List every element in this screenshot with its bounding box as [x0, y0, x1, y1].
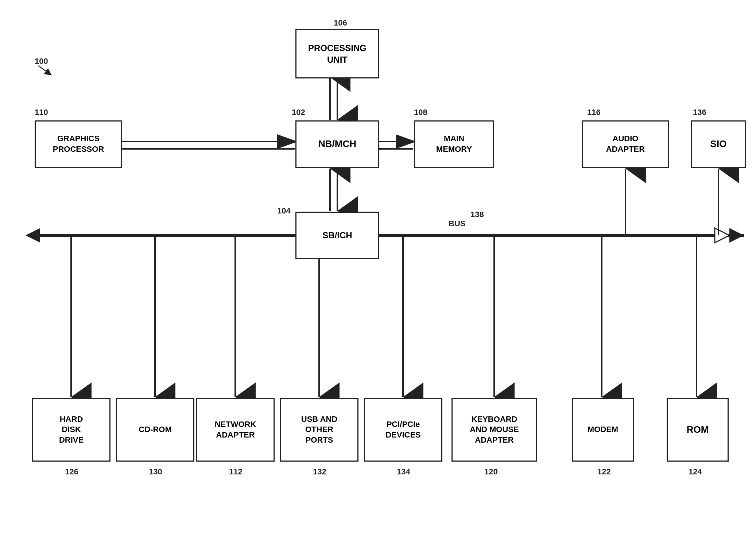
label-124: 124 — [689, 467, 702, 477]
svg-marker-17 — [26, 228, 40, 243]
sb-ich-label: SB/ICH — [322, 230, 352, 241]
label-104: 104 — [277, 206, 291, 216]
keyboard-adapter-label: KEYBOARDAND MOUSEADAPTER — [470, 414, 519, 446]
label-106: 106 — [334, 18, 347, 28]
pci-devices-label: PCI/PCIeDEVICES — [385, 419, 421, 440]
label-136: 136 — [693, 108, 706, 117]
label-130: 130 — [149, 467, 162, 477]
label-138: 138 — [470, 210, 484, 219]
keyboard-adapter-box: KEYBOARDAND MOUSEADAPTER — [451, 398, 537, 462]
nb-mch-box: NB/MCH — [295, 120, 379, 168]
hard-disk-drive-label: HARDDISKDRIVE — [59, 414, 84, 446]
usb-ports-box: USB ANDOTHERPORTS — [280, 398, 358, 462]
graphics-processor-box: GRAPHICSPROCESSOR — [35, 120, 122, 168]
sb-ich-box: SB/ICH — [295, 212, 379, 259]
processing-unit-label: PROCESSINGUNIT — [308, 42, 367, 65]
diagram: 100 106 102 110 108 116 136 104 BUS 138 … — [0, 0, 756, 547]
graphics-processor-label: GRAPHICSPROCESSOR — [53, 134, 104, 154]
label-116: 116 — [587, 108, 601, 117]
diagram-svg — [0, 0, 756, 547]
svg-line-31 — [38, 66, 51, 75]
label-112: 112 — [229, 467, 243, 477]
nb-mch-label: NB/MCH — [318, 138, 356, 150]
network-adapter-label: NETWORKADAPTER — [215, 419, 256, 440]
label-bus: BUS — [449, 219, 465, 228]
sio-label: SIO — [710, 138, 727, 150]
svg-marker-19 — [729, 228, 744, 243]
rom-label: ROM — [687, 424, 709, 436]
label-126: 126 — [65, 467, 78, 477]
arrow-100 — [35, 64, 57, 78]
label-108: 108 — [414, 108, 427, 117]
rom-box: ROM — [667, 398, 729, 462]
modem-label: MODEM — [588, 424, 618, 435]
label-120: 120 — [484, 467, 498, 477]
main-memory-label: MAINMEMORY — [436, 134, 472, 154]
network-adapter-box: NETWORKADAPTER — [196, 398, 275, 462]
label-134: 134 — [397, 467, 410, 477]
cd-rom-label: CD-ROM — [139, 424, 171, 435]
label-102: 102 — [292, 108, 305, 117]
label-110: 110 — [35, 108, 48, 117]
label-132: 132 — [313, 467, 326, 477]
svg-marker-18 — [715, 228, 729, 243]
sio-box: SIO — [691, 120, 746, 168]
audio-adapter-box: AUDIOADAPTER — [582, 120, 669, 168]
label-122: 122 — [597, 467, 611, 477]
pci-devices-box: PCI/PCIeDEVICES — [364, 398, 442, 462]
processing-unit-box: PROCESSINGUNIT — [295, 29, 379, 78]
hard-disk-drive-box: HARDDISKDRIVE — [32, 398, 111, 462]
usb-ports-label: USB ANDOTHERPORTS — [301, 414, 337, 446]
modem-box: MODEM — [572, 398, 634, 462]
main-memory-box: MAINMEMORY — [414, 120, 494, 168]
audio-adapter-label: AUDIOADAPTER — [606, 134, 645, 154]
cd-rom-box: CD-ROM — [116, 398, 194, 462]
